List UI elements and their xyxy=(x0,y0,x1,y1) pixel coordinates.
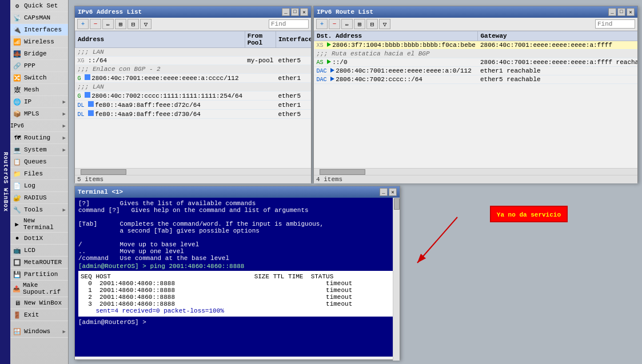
sidebar-item-new-terminal[interactable]: ▶ New Terminal xyxy=(10,216,68,233)
sidebar-item-bridge[interactable]: 🌉 Bridge xyxy=(10,48,68,60)
edit-button[interactable]: ✏ xyxy=(102,19,114,29)
sidebar-item-ppp[interactable]: 🔗 PPP xyxy=(10,60,68,72)
sidebar-item-routing[interactable]: 🗺 Routing ▶ xyxy=(10,132,68,144)
group-label: ;;; Enlace con BGP - 2 xyxy=(75,65,312,74)
sidebar-item-label: Queues xyxy=(24,158,47,165)
callout-text: Ya no da servicio xyxy=(497,211,561,218)
minimize-button-terminal[interactable]: _ xyxy=(380,188,388,196)
sidebar-item-partition[interactable]: 💾 Partition xyxy=(10,269,68,281)
sidebar-item-interfaces[interactable]: 🔌 Interfaces xyxy=(10,24,68,36)
col-dst-address[interactable]: Dst. Address xyxy=(314,31,478,41)
sidebar-item-log[interactable]: 📄 Log xyxy=(10,180,68,192)
group-label: ;;; LAN xyxy=(75,83,312,91)
address-table-container[interactable]: Address From Pool Interface ;;; LAN XG :… xyxy=(75,31,311,168)
sidebar-item-new-winbox[interactable]: 🖥 New WinBox xyxy=(10,297,68,309)
filter-button[interactable]: ▽ xyxy=(140,19,151,29)
wireless-icon: 📶 xyxy=(13,37,22,46)
terminal-scrollbar[interactable] xyxy=(393,198,400,361)
sidebar-item-wireless[interactable]: 📶 Wireless xyxy=(10,36,68,48)
remove-button[interactable]: − xyxy=(90,19,101,29)
cell-dst: DAC 2806:40c:7002:cccc::/64 xyxy=(314,75,478,84)
terminal-scroll-thumb[interactable] xyxy=(394,198,400,210)
add-button[interactable]: + xyxy=(77,19,89,29)
table-row[interactable]: G 2806:40c:7001:eeee:eeee:eeee:a:cccc/11… xyxy=(75,74,312,83)
help-line-4: [Tab] Completes the command/word. If the… xyxy=(78,221,396,227)
minimize-button[interactable]: _ xyxy=(282,8,290,16)
table-row[interactable]: DAC 2806:40c:7002:cccc::/64 ether5 reach… xyxy=(314,75,638,84)
minimize-button-route[interactable]: _ xyxy=(608,8,616,16)
maximize-button-route[interactable]: □ xyxy=(617,8,625,16)
sidebar-item-label: System xyxy=(24,146,47,153)
route-add-button[interactable]: + xyxy=(316,19,328,29)
sidebar-item-mesh[interactable]: 🕸 Mesh xyxy=(10,84,68,96)
horizontal-scrollbar[interactable] xyxy=(75,168,311,175)
cell-pool: my-pool xyxy=(245,57,276,65)
radius-icon: 🔐 xyxy=(13,193,22,202)
route-copy-button[interactable]: ⊞ xyxy=(354,19,365,29)
sidebar-item-mpls[interactable]: 📦 MPLS ▶ xyxy=(10,108,68,120)
sidebar-item-radius[interactable]: 🔐 RADIUS xyxy=(10,192,68,204)
routing-arrow: ▶ xyxy=(63,135,66,141)
table-row[interactable]: AS ::/0 2806:40c:7001:eeee:eeee:eeee:a:f… xyxy=(314,58,638,67)
sidebar-item-tools[interactable]: 🔧 Tools ▶ xyxy=(10,204,68,216)
add-icon xyxy=(85,92,90,98)
sidebar-item-capsman[interactable]: 📡 CAPsMAN xyxy=(10,12,68,24)
cell-gw: ether5 reachable xyxy=(478,75,637,84)
ppp-icon: 🔗 xyxy=(13,61,22,70)
close-button[interactable]: ✕ xyxy=(300,8,308,16)
find-input[interactable] xyxy=(269,19,309,29)
ping-row-1: 1 2001:4860:4860::8888 timeout xyxy=(81,287,394,294)
sidebar: RouterOS WinBox ⚙ Quick Set 📡 CAPsMAN 🔌 … xyxy=(0,0,69,364)
paste-button[interactable]: ⊟ xyxy=(127,19,139,29)
cell-iface: ether1 xyxy=(276,74,311,83)
exit-icon: 🚪 xyxy=(13,310,22,319)
close-button-terminal[interactable]: ✕ xyxy=(389,188,397,196)
ping-summary: sent=4 received=0 packet-loss=100% xyxy=(81,307,394,314)
sidebar-item-lcd[interactable]: 📺 LCD xyxy=(10,245,68,257)
capsman-icon: 📡 xyxy=(13,13,22,22)
cell-iface: ether5 xyxy=(276,57,311,65)
route-find-input[interactable] xyxy=(595,19,635,29)
table-row[interactable]: DAC 2806:40c:7001:eeee:eeee:eeee:a:0/112… xyxy=(314,67,638,75)
table-row[interactable]: G 2806:40c:7002:cccc:1111:1111:1111:254/… xyxy=(75,91,312,101)
sidebar-item-switch[interactable]: 🔀 Switch xyxy=(10,72,68,84)
route-scroll-thumb[interactable] xyxy=(320,169,365,175)
col-from-pool[interactable]: From Pool xyxy=(245,31,276,48)
sidebar-item-label: New Terminal xyxy=(23,217,66,231)
cell-gw: ether1 reachable xyxy=(478,67,637,75)
close-button-route[interactable]: ✕ xyxy=(627,8,635,16)
sidebar-item-dot1x[interactable]: ● Dot1X xyxy=(10,233,68,245)
cell-dst: AS ::/0 xyxy=(314,58,478,67)
route-remove-button[interactable]: − xyxy=(329,19,340,29)
quickset-icon: ⚙ xyxy=(13,1,22,10)
copy-button[interactable]: ⊞ xyxy=(115,19,126,29)
sidebar-item-system[interactable]: 💻 System ▶ xyxy=(10,144,68,156)
sidebar-item-windows[interactable]: 🪟 Windows ▶ xyxy=(10,326,68,338)
route-paste-button[interactable]: ⊟ xyxy=(366,19,378,29)
sidebar-item-quickset[interactable]: ⚙ Quick Set xyxy=(10,0,68,12)
terminal-body[interactable]: [?] Gives the list of available commands… xyxy=(75,198,400,357)
address-status-bar: 5 items xyxy=(75,175,311,183)
route-horizontal-scrollbar[interactable] xyxy=(314,168,637,175)
scroll-thumb[interactable] xyxy=(81,169,126,175)
table-row[interactable]: XS 2806:3f7:1004:bbbb:bbbb:bbbb:f0ca:beb… xyxy=(314,41,638,50)
sidebar-item-metarouter[interactable]: 🔲 MetaROUTER xyxy=(10,257,68,269)
sidebar-item-queues[interactable]: 📋 Queues xyxy=(10,156,68,168)
route-filter-button[interactable]: ▽ xyxy=(379,19,390,29)
table-row[interactable]: DL fe80::4aa9:8aff:feee:d730/64 ether5 xyxy=(75,110,312,119)
route-table-container[interactable]: Dst. Address Gateway XS 2806:3f7:1004:bb… xyxy=(314,31,637,168)
table-row[interactable]: DL fe80::4aa9:8aff:feee:d72c/64 ether1 xyxy=(75,101,312,110)
sidebar-item-files[interactable]: 📁 Files xyxy=(10,168,68,180)
ping-row-3: 3 2001:4860:4860::8888 timeout xyxy=(81,301,394,307)
route-edit-button[interactable]: ✏ xyxy=(341,19,353,29)
col-address[interactable]: Address xyxy=(75,31,245,48)
sidebar-item-make-supout[interactable]: 📤 Make Supout.rif xyxy=(10,281,68,297)
cell-dst: DAC 2806:40c:7001:eeee:eeee:eeee:a:0/112 xyxy=(314,67,478,75)
sidebar-item-exit[interactable]: 🚪 Exit xyxy=(10,309,68,321)
table-row[interactable]: XG ::/64 my-pool ether5 xyxy=(75,57,312,65)
sidebar-item-ip[interactable]: 🌐 IP ▶ xyxy=(10,96,68,108)
sidebar-item-ipv6[interactable]: IPv6 ▶ xyxy=(10,120,68,132)
maximize-button[interactable]: □ xyxy=(291,8,299,16)
col-interface[interactable]: Interface xyxy=(276,31,311,48)
col-gateway[interactable]: Gateway xyxy=(478,31,637,41)
